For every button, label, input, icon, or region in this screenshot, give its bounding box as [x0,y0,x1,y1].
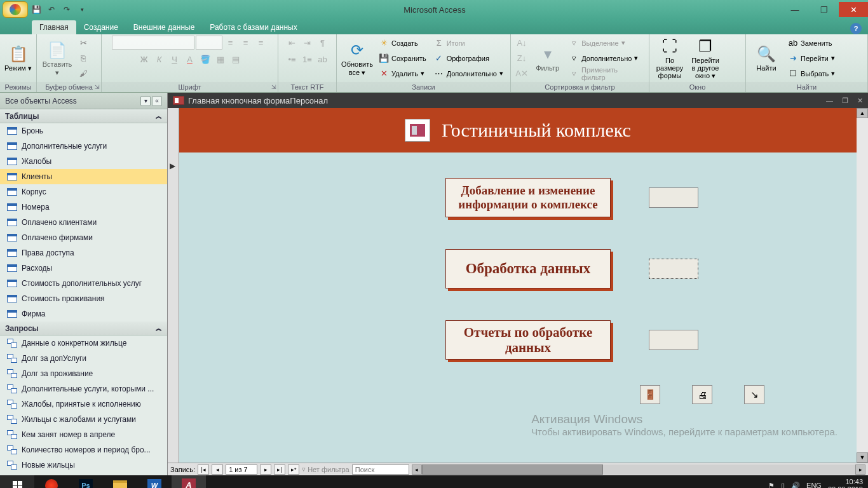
print-icon-button[interactable]: 🖨 [692,385,712,404]
view-mode-button[interactable]: 📋Режим ▾ [4,36,32,81]
toggle-filter-button[interactable]: ▿Применить фильтр [566,67,645,81]
taskbar-explorer-icon[interactable] [103,475,137,488]
nav-table-item[interactable]: Клиенты [0,169,167,184]
first-record-button[interactable]: |◂ [198,464,209,475]
nav-table-item[interactable]: Стоимость проживания [0,291,167,306]
taskbar-access-icon[interactable]: A [172,475,206,488]
goto-button[interactable]: ➜Перейти ▾ [785,51,837,65]
nav-query-item[interactable]: Кем занят номер в апреле [0,427,167,442]
nav-table-item[interactable]: Оплачено фирмами [0,230,167,245]
gridlines-icon[interactable]: ▦ [214,52,227,66]
scroll-up-icon[interactable]: ▲ [857,108,868,118]
decrease-indent-icon[interactable]: ⇤ [285,36,299,50]
window-minimize-button[interactable]: — [780,2,810,17]
nav-query-item[interactable]: Дополнительные услуги, которыми ... [0,381,167,396]
tab-create[interactable]: Создание [76,20,126,34]
switch-window-button[interactable]: ❐Перейти в другое окно ▾ [689,36,722,81]
scroll-thumb[interactable] [422,464,604,475]
align-center-icon[interactable]: ≡ [239,36,253,50]
record-search-box[interactable]: Поиск [352,464,409,475]
filter-indicator[interactable]: ▿Нет фильтра [302,465,349,473]
nav-query-item[interactable]: Долг за проживание [0,366,167,381]
start-button[interactable] [0,475,34,488]
font-color-icon[interactable]: А [183,52,197,66]
font-family-combo[interactable] [112,36,194,50]
exit-icon-button[interactable]: 🚪 [640,385,660,404]
refresh-all-button[interactable]: ⟳Обновить все ▾ [341,36,374,81]
nav-table-item[interactable]: Номера [0,200,167,215]
clear-sort-icon[interactable]: A✕ [515,67,529,81]
nav-pane-header[interactable]: Все объекты Access ▾« [0,93,167,109]
nav-query-item[interactable]: Жильцы с жалобами и услугами [0,412,167,427]
bold-icon[interactable]: Ж [137,52,151,66]
switchboard-button-2[interactable]: Обработка данных [445,249,611,288]
help-icon[interactable]: ? [850,23,862,34]
italic-icon[interactable]: К [153,52,166,66]
nav-table-item[interactable]: Фирма [0,306,167,322]
new-record-button[interactable]: ✳Создать [376,36,429,50]
tray-sound-icon[interactable]: 🔊 [791,482,800,489]
nav-table-item[interactable]: Оплачено клиентами [0,215,167,230]
last-record-button[interactable]: ▸| [274,464,285,475]
nav-query-item[interactable]: Долг за допУслуги [0,351,167,366]
switchboard-button-3[interactable]: Отчеты по обработке данных [445,320,611,360]
record-selector[interactable]: ▶ [168,108,179,463]
save-record-button[interactable]: 💾Сохранить [376,51,429,65]
filter-button[interactable]: ▾Фильтр [531,36,564,81]
font-launcher-icon[interactable]: ⇲ [271,84,276,90]
record-position-box[interactable]: 1 из 7 [226,464,257,475]
taskbar-word-icon[interactable]: W [137,475,172,488]
office-button[interactable] [3,1,28,18]
qat-redo-icon[interactable]: ↷ [60,3,74,17]
align-right-icon[interactable]: ≡ [254,36,268,50]
nav-section-queries[interactable]: Запросы︽ [0,322,167,336]
highlight-icon[interactable]: ab [316,52,330,66]
prev-record-button[interactable]: ◂ [212,464,223,475]
form-restore-button[interactable]: ❐ [842,97,848,105]
fit-form-button[interactable]: ⛶По размеру формы [653,36,686,81]
close-form-icon-button[interactable]: ↘ [744,385,764,404]
advanced-filter-button[interactable]: ▿Дополнительно ▾ [566,51,645,65]
underline-icon[interactable]: Ч [168,52,182,66]
new-record-nav-button[interactable]: ▸* [288,464,299,475]
nav-collapse-icon[interactable]: « [152,96,162,106]
clipboard-launcher-icon[interactable]: ⇲ [95,84,100,90]
horizontal-scrollbar[interactable]: ◂▸ [412,464,865,475]
tray-network-icon[interactable]: ▯ [781,482,785,489]
nav-table-item[interactable]: Дополнительные услуги [0,139,167,154]
nav-table-item[interactable]: Стоимость дополнительных услуг [0,276,167,291]
tab-database-tools[interactable]: Работа с базами данных [202,20,304,34]
cut-icon[interactable]: ✂ [76,36,90,50]
ltr-icon[interactable]: ¶ [316,36,330,50]
window-restore-button[interactable]: ❐ [810,2,839,17]
next-record-button[interactable]: ▸ [260,464,271,475]
tab-external-data[interactable]: Внешние данные [126,20,203,34]
nav-query-item[interactable]: Данные о конкретном жильце [0,336,167,351]
nav-table-item[interactable]: Корпус [0,184,167,200]
window-close-button[interactable]: ✕ [839,2,868,17]
font-size-combo[interactable] [196,36,222,50]
paste-button[interactable]: 📄Вставить ▾ [41,36,74,81]
taskbar-photoshop-icon[interactable]: Ps [69,475,103,488]
spelling-button[interactable]: ✓Орфография [431,51,506,65]
qat-undo-icon[interactable]: ↶ [44,3,58,17]
vertical-scrollbar[interactable]: ▲ ▼ [857,108,868,463]
bullets-icon[interactable]: •≡ [285,52,299,66]
switchboard-aux-button-1[interactable] [649,187,698,208]
replace-button[interactable]: abЗаменить [785,36,837,50]
nav-table-item[interactable]: Права доступа [0,245,167,261]
selection-filter-button[interactable]: ▿Выделение ▾ [566,36,645,50]
fill-color-icon[interactable]: 🪣 [198,52,212,66]
numbering-icon[interactable]: 1≡ [301,52,315,66]
select-button[interactable]: ☐Выбрать ▾ [785,67,837,81]
qat-customize-icon[interactable]: ▾ [75,3,89,17]
increase-indent-icon[interactable]: ⇥ [301,36,315,50]
copy-icon[interactable]: ⎘ [76,51,90,65]
tray-flag-icon[interactable]: ⚑ [768,482,775,489]
format-painter-icon[interactable]: 🖌 [76,67,90,81]
nav-table-item[interactable]: Бронь [0,123,167,139]
switchboard-aux-button-2[interactable] [649,259,698,279]
nav-table-item[interactable]: Жалобы [0,154,167,169]
nav-query-item[interactable]: Новые жильцы [0,458,167,473]
nav-section-tables[interactable]: Таблицы︽ [0,109,167,123]
